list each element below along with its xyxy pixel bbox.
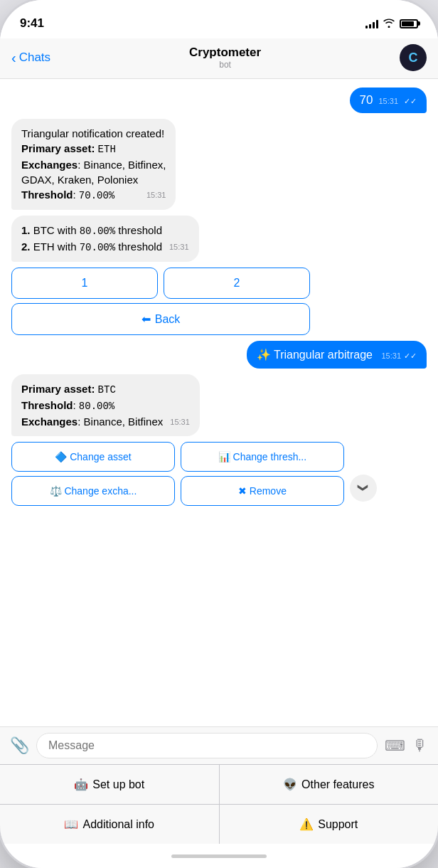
attach-icon[interactable]: 📎 [10,736,29,755]
chat-area: 70 15:31 ✓✓ Triangular notification crea… [0,79,438,726]
action-row-1: 🔷 Change asset 📊 Change thresh... [11,442,344,472]
bot-avatar[interactable]: C [400,44,427,71]
chevron-down-icon: ❯ [358,484,369,492]
warning-icon: ⚠️ [299,817,314,831]
action-buttons-grid: 🔷 Change asset 📊 Change thresh... ⚖️ Cha… [11,442,344,506]
label-exchanges-2: Exchanges [21,416,78,428]
label-primary-asset: Primary asset: [21,142,95,154]
action-buttons-container: 🔷 Change asset 📊 Change thresh... ⚖️ Cha… [11,442,377,506]
nav-bar: ‹ Chats Cryptometer bot C [0,38,438,79]
bottom-keyboard-row-1: 🤖 Set up bot 👽 Other features [0,764,438,804]
home-bar [171,854,267,858]
list-item-1-num: 1. [21,224,31,236]
received-list-bubble: 1. BTC with 80.00% threshold 2. ETH with… [11,216,199,262]
list-item-2-num: 2. [21,240,31,253]
battery-icon [400,19,418,28]
received-time-3: 15:31 [170,417,190,428]
setup-bot-button[interactable]: 🤖 Set up bot [0,765,220,804]
inline-keyboard-row-1: 1 2 [11,268,310,299]
received-time-1: 15:31 [146,190,166,201]
status-time: 9:41 [20,16,44,31]
label-primary-asset-2: Primary asset: [21,383,95,395]
back-label-inline: Back [155,313,181,326]
double-check-70: ✓✓ [404,97,417,106]
back-label: Chats [19,51,50,65]
additional-info-button[interactable]: 📖 Additional info [0,805,220,844]
action-row-2: ⚖️ Change excha... ✖ Remove [11,476,344,506]
nav-subtitle: bot [189,60,261,70]
back-arrow-icon: ⬅ [141,312,151,326]
microphone-icon[interactable]: 🎙 [412,736,428,755]
label-threshold: Threshold [21,189,73,201]
inline-btn-2[interactable]: 2 [164,268,310,299]
change-threshold-button[interactable]: 📊 Change thresh... [181,442,344,472]
back-chevron-icon: ‹ [11,50,16,66]
wifi-icon [383,18,395,30]
input-bar: 📎 ⌨ 🎙 [0,726,438,764]
support-button[interactable]: ⚠️ Support [220,805,439,844]
support-label: Support [318,818,358,831]
sent-time-triangular: 15:31 [381,351,401,360]
received-asset-bubble: Primary asset: BTC Threshold: 80.00% Exc… [11,374,200,435]
label-exchanges: Exchanges [21,159,78,171]
bottom-keyboard-row-2: 📖 Additional info ⚠️ Support [0,804,438,844]
inline-keyboard-1: 1 2 ⬅ Back [11,268,310,335]
remove-button[interactable]: ✖ Remove [181,476,344,506]
other-features-label: Other features [301,778,374,791]
bottom-keyboard: 🤖 Set up bot 👽 Other features 📖 Addition… [0,764,438,844]
sent-text-70: 70 [360,93,373,107]
double-check-triangular: ✓✓ [404,351,417,361]
book-icon: 📖 [64,817,78,831]
phone-frame: 9:41 ‹ Chats Cryptometer [0,0,438,868]
sent-bubble-70: 70 15:31 ✓✓ [350,88,427,113]
signal-bar-1 [365,26,368,28]
sent-text-triangular: ✨ Triangular arbitrage [257,349,373,361]
sent-time-70: 15:31 [378,97,398,105]
signal-bars [365,18,378,28]
notch [162,0,276,21]
change-asset-button[interactable]: 🔷 Change asset [11,442,175,472]
nav-title: Cryptometer [189,46,261,60]
alien-icon: 👽 [283,778,297,791]
change-exchange-button[interactable]: ⚖️ Change excha... [11,476,175,506]
robot-icon: 🤖 [74,778,88,791]
signal-bar-3 [373,22,375,28]
sent-bubble-triangular: ✨ Triangular arbitrage 15:31 ✓✓ [247,341,427,369]
received-notification-bubble: Triangular notification created! Primary… [11,119,176,210]
signal-bar-2 [369,24,371,28]
scroll-down-button[interactable]: ❯ [350,475,377,502]
received-time-2: 15:31 [169,242,189,253]
status-icons [365,18,418,30]
additional-info-label: Additional info [82,818,154,831]
home-indicator [0,844,438,868]
back-button[interactable]: ‹ Chats [11,50,50,66]
status-bar: 9:41 [0,0,438,38]
inline-btn-back[interactable]: ⬅ Back [11,303,310,335]
setup-bot-label: Set up bot [92,778,144,791]
battery-fill [402,21,414,26]
label-threshold-2: Threshold [21,399,73,411]
nav-center: Cryptometer bot [189,46,261,70]
other-features-button[interactable]: 👽 Other features [220,765,439,804]
signal-bar-4 [376,20,378,28]
keyboard-icon[interactable]: ⌨ [385,737,405,754]
message-input[interactable] [36,733,378,758]
inline-btn-1[interactable]: 1 [11,268,158,299]
